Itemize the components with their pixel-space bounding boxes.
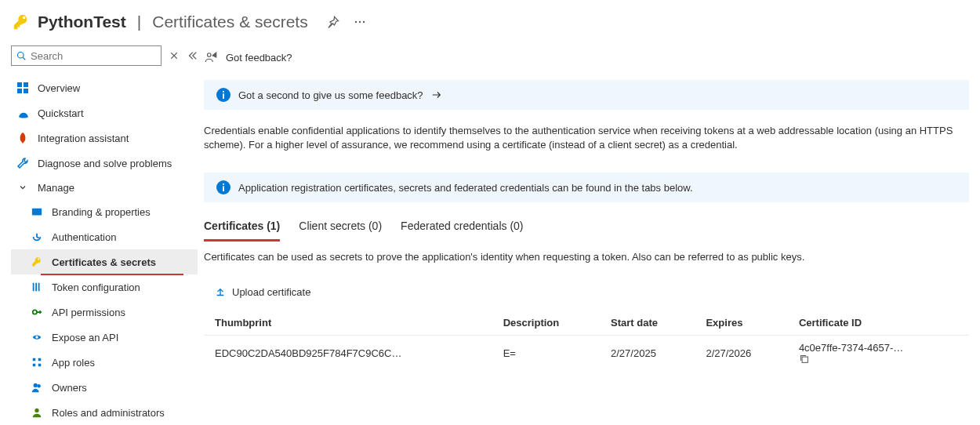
svg-rect-14 bbox=[38, 364, 42, 367]
feedback-label: Got feedback? bbox=[226, 52, 292, 64]
sidebar-item-roles-and-administrators[interactable]: Roles and administrators bbox=[11, 400, 198, 425]
api-icon bbox=[30, 305, 44, 319]
sidebar-item-certificates-secrets[interactable]: Certificates & secrets bbox=[11, 249, 198, 274]
rocket-icon bbox=[16, 131, 30, 145]
tabs: Certificates (1)Client secrets (0)Federa… bbox=[204, 216, 969, 235]
quickstart-icon bbox=[16, 106, 30, 120]
overview-icon bbox=[16, 81, 30, 95]
sidebar-item-api-permissions[interactable]: API permissions bbox=[11, 300, 198, 325]
collapse-icon[interactable] bbox=[187, 50, 198, 61]
roles-icon bbox=[30, 355, 44, 369]
key-icon bbox=[13, 13, 30, 31]
sidebar-item-app-roles[interactable]: App roles bbox=[11, 350, 198, 375]
certificates-tab-description: Certificates can be used as secrets to p… bbox=[204, 251, 969, 263]
pin-icon[interactable] bbox=[324, 13, 343, 31]
svg-point-3 bbox=[18, 53, 24, 59]
sidebar: OverviewQuickstartIntegration assistantD… bbox=[0, 45, 204, 425]
svg-point-2 bbox=[362, 21, 364, 23]
info-icon bbox=[216, 180, 230, 194]
feedback-icon bbox=[204, 50, 218, 64]
arrow-right-icon bbox=[431, 89, 442, 100]
svg-rect-20 bbox=[223, 93, 224, 99]
feedback-banner[interactable]: Got a second to give us some feedback? bbox=[204, 80, 969, 110]
manage-group[interactable]: Manage bbox=[11, 176, 198, 199]
expose-icon bbox=[30, 330, 44, 344]
chevron-down-icon bbox=[16, 180, 30, 194]
copy-icon[interactable] bbox=[799, 354, 958, 364]
svg-point-16 bbox=[37, 384, 40, 387]
sidebar-item-label: API permissions bbox=[52, 307, 125, 318]
sidebar-item-label: Token configuration bbox=[52, 282, 140, 293]
admins-icon bbox=[30, 405, 44, 420]
sidebar-item-label: Authentication bbox=[52, 231, 116, 243]
cell-description: E= bbox=[492, 336, 600, 371]
column-header: Certificate ID bbox=[788, 311, 969, 336]
column-header: Description bbox=[492, 311, 600, 336]
svg-rect-21 bbox=[223, 91, 224, 93]
sidebar-item-branding-properties[interactable]: Branding & properties bbox=[11, 199, 198, 224]
sidebar-item-label: Expose an API bbox=[52, 332, 118, 343]
sidebar-item-expose-an-api[interactable]: Expose an API bbox=[11, 325, 198, 350]
certificates-table: ThumbprintDescriptionStart dateExpiresCe… bbox=[204, 311, 969, 370]
clear-icon[interactable] bbox=[169, 51, 179, 60]
sidebar-item-token-configuration[interactable]: Token configuration bbox=[11, 274, 198, 300]
tabs-info-text: Application registration certificates, s… bbox=[238, 182, 693, 194]
svg-rect-23 bbox=[223, 187, 224, 192]
sidebar-item-overview[interactable]: Overview bbox=[11, 75, 198, 100]
branding-icon bbox=[30, 205, 44, 219]
sidebar-item-label: Certificates & secrets bbox=[52, 256, 156, 268]
tab-federated-credentials-[interactable]: Federated credentials (0) bbox=[401, 216, 523, 235]
sidebar-item-owners[interactable]: Owners bbox=[11, 375, 198, 400]
svg-rect-13 bbox=[33, 364, 36, 367]
info-icon bbox=[216, 88, 230, 102]
sidebar-item-label: Overview bbox=[38, 82, 80, 94]
token-icon bbox=[30, 280, 44, 294]
upload-label: Upload certificate bbox=[232, 286, 310, 298]
sidebar-item-integration-assistant[interactable]: Integration assistant bbox=[11, 125, 198, 151]
cell-certid: 4c0e7ffe-7374-4657-… bbox=[788, 336, 969, 371]
svg-rect-4 bbox=[17, 82, 22, 87]
search-icon bbox=[16, 51, 26, 60]
svg-rect-25 bbox=[802, 357, 808, 362]
got-feedback-button[interactable]: Got feedback? bbox=[204, 45, 969, 80]
sidebar-item-authentication[interactable]: Authentication bbox=[11, 224, 198, 249]
page-name: Certificates & secrets bbox=[152, 13, 307, 31]
wrench-icon bbox=[16, 156, 30, 170]
svg-point-17 bbox=[34, 409, 38, 412]
sidebar-item-label: Owners bbox=[52, 382, 87, 394]
column-header: Expires bbox=[695, 311, 787, 336]
more-icon[interactable] bbox=[350, 13, 369, 31]
search-input-wrapper[interactable] bbox=[11, 45, 162, 66]
app-name: PythonTest bbox=[38, 13, 126, 31]
upload-certificate-button[interactable]: Upload certificate bbox=[215, 283, 310, 301]
sidebar-item-label: App roles bbox=[52, 357, 95, 369]
upload-icon bbox=[215, 287, 226, 298]
svg-point-9 bbox=[33, 310, 37, 314]
tab-client-secrets-[interactable]: Client secrets (0) bbox=[299, 216, 382, 235]
page-header: PythonTest | Certificates & secrets bbox=[0, 0, 980, 45]
sidebar-item-quickstart[interactable]: Quickstart bbox=[11, 100, 198, 125]
cell-expires: 2/27/2026 bbox=[695, 336, 787, 371]
tab-certificates-[interactable]: Certificates (1) bbox=[204, 216, 280, 235]
svg-rect-5 bbox=[24, 82, 28, 87]
svg-rect-7 bbox=[24, 89, 28, 93]
svg-rect-6 bbox=[17, 89, 22, 93]
table-row[interactable]: EDC90C2DA540BD925F784F7C9C6C…E=2/27/2025… bbox=[204, 336, 969, 371]
column-header: Thumbprint bbox=[204, 311, 492, 336]
svg-point-0 bbox=[354, 21, 356, 23]
column-header: Start date bbox=[600, 311, 695, 336]
sidebar-item-label: Diagnose and solve problems bbox=[38, 158, 172, 169]
svg-rect-8 bbox=[32, 209, 42, 216]
sidebar-item-label: Branding & properties bbox=[52, 206, 151, 218]
sidebar-item-diagnose-and-solve-problems[interactable]: Diagnose and solve problems bbox=[11, 151, 198, 176]
cell-start: 2/27/2025 bbox=[600, 336, 695, 371]
cell-thumbprint: EDC90C2DA540BD925F784F7C9C6C… bbox=[204, 336, 492, 371]
svg-point-10 bbox=[35, 336, 38, 339]
sidebar-item-label: Quickstart bbox=[38, 107, 84, 119]
search-input[interactable] bbox=[31, 50, 156, 62]
tabs-info-banner: Application registration certificates, s… bbox=[204, 173, 969, 202]
feedback-banner-text: Got a second to give us some feedback? bbox=[238, 89, 423, 101]
svg-point-1 bbox=[358, 21, 360, 23]
auth-icon bbox=[30, 230, 44, 244]
svg-point-15 bbox=[34, 383, 38, 387]
